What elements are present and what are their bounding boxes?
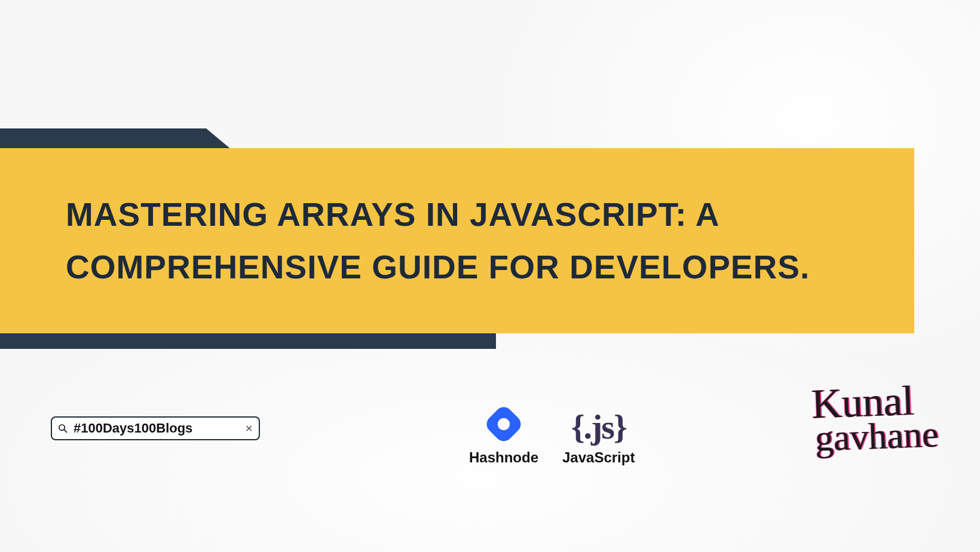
javascript-label: JavaScript <box>562 449 635 466</box>
search-pill[interactable]: #100Days100Blogs ✕ <box>51 416 260 440</box>
hashnode-icon <box>483 404 524 444</box>
js-braces-icon: {.js} <box>571 410 626 444</box>
author-signature: Kunal gavhane <box>811 380 939 456</box>
close-icon[interactable]: ✕ <box>245 423 253 434</box>
hashnode-logo: Hashnode <box>469 382 538 466</box>
banner-canvas: MASTERING ARRAYS IN JAVASCRIPT: A COMPRE… <box>0 0 980 552</box>
logo-row: Hashnode {.js} JavaScript <box>469 382 635 466</box>
signature-line-2: gavhane <box>815 416 939 456</box>
title-block: MASTERING ARRAYS IN JAVASCRIPT: A COMPRE… <box>0 148 914 333</box>
accent-bar <box>0 333 496 349</box>
search-value: #100Days100Blogs <box>74 421 239 436</box>
main-title: MASTERING ARRAYS IN JAVASCRIPT: A COMPRE… <box>66 188 866 293</box>
svg-line-1 <box>64 430 67 433</box>
svg-point-3 <box>498 418 510 430</box>
hashnode-label: Hashnode <box>469 449 538 466</box>
search-icon <box>58 424 68 433</box>
javascript-logo: {.js} JavaScript <box>562 382 635 466</box>
